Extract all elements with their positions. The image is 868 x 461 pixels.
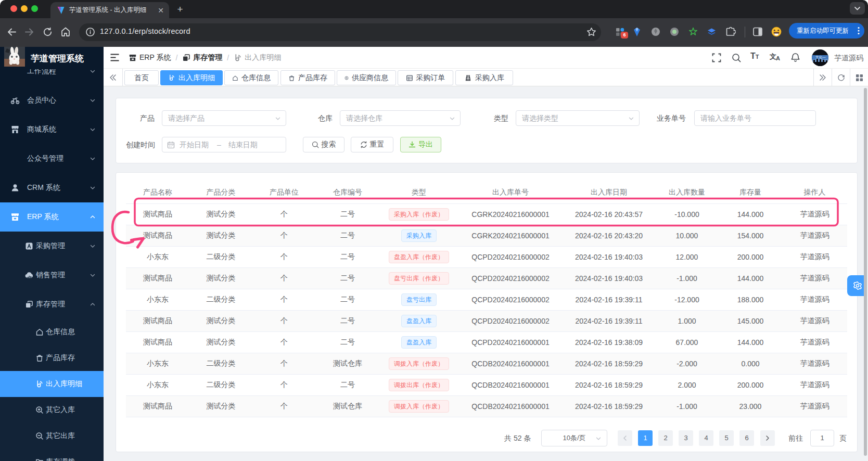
svg-text:文化—: 文化— bbox=[815, 55, 826, 59]
